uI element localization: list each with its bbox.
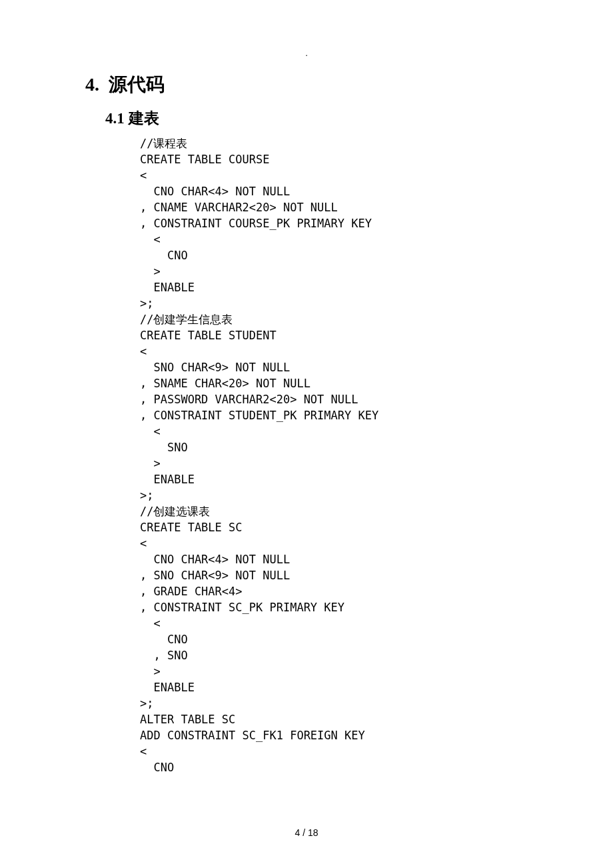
heading-2-text: 建表 [129,110,159,127]
code-line: //课程表 [140,135,613,151]
header-mark: . [305,48,307,59]
heading-2: 4.1 建表 [105,108,613,129]
code-line: CNO [140,759,613,775]
code-line: CNO CHAR<4> NOT NULL [140,183,613,199]
code-line: , CONSTRAINT COURSE_PK PRIMARY KEY [140,215,613,231]
code-line: >; [140,695,613,711]
code-line: CREATE TABLE COURSE [140,151,613,167]
code-line: > [140,263,613,279]
code-line: < [140,423,613,439]
code-line: < [140,167,613,183]
code-block: //课程表CREATE TABLE COURSE < CNO CHAR<4> N… [140,135,613,775]
code-line: < [140,231,613,247]
code-line: SNO [140,439,613,455]
document-page: . 4. 源代码 4.1 建表 //课程表CREATE TABLE COURSE… [0,0,613,868]
code-line: ADD CONSTRAINT SC_FK1 FOREIGN KEY [140,727,613,743]
code-line: < [140,343,613,359]
code-line: , SNAME CHAR<20> NOT NULL [140,375,613,391]
code-line: ENABLE [140,679,613,695]
code-line: , CNAME VARCHAR2<20> NOT NULL [140,199,613,215]
code-line: > [140,455,613,471]
code-line: < [140,615,613,631]
code-line: CNO CHAR<4> NOT NULL [140,551,613,567]
code-line: ENABLE [140,279,613,295]
code-line: ENABLE [140,471,613,487]
heading-1-number: 4. [85,74,99,95]
code-line: , SNO [140,647,613,663]
code-line: CREATE TABLE STUDENT [140,327,613,343]
code-line: CREATE TABLE SC [140,519,613,535]
page-number: 4 / 18 [0,827,613,838]
code-line: < [140,743,613,759]
code-line: //创建学生信息表 [140,311,613,327]
heading-1-text: 源代码 [109,74,165,95]
code-line: CNO [140,631,613,647]
code-line: , GRADE CHAR<4> [140,583,613,599]
code-line: >; [140,487,613,503]
code-line: SNO CHAR<9> NOT NULL [140,359,613,375]
code-line: , CONSTRAINT SC_PK PRIMARY KEY [140,599,613,615]
code-line: , SNO CHAR<9> NOT NULL [140,567,613,583]
code-line: ALTER TABLE SC [140,711,613,727]
code-line: >; [140,295,613,311]
heading-1: 4. 源代码 [85,72,613,97]
code-line: , CONSTRAINT STUDENT_PK PRIMARY KEY [140,407,613,423]
code-line: CNO [140,247,613,263]
code-line: , PASSWORD VARCHAR2<20> NOT NULL [140,391,613,407]
heading-2-number: 4.1 [105,110,125,127]
code-line: < [140,535,613,551]
code-line: > [140,663,613,679]
code-line: //创建选课表 [140,503,613,519]
